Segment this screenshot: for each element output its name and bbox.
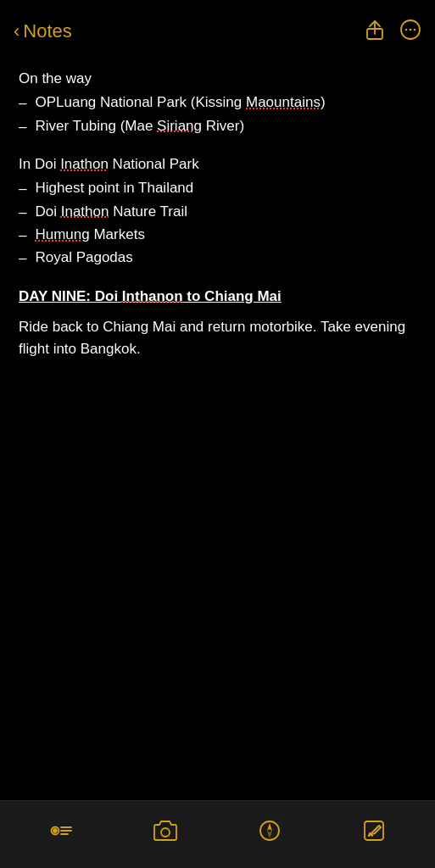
spell-error: Inathon [60, 156, 109, 172]
dash-icon: – [19, 92, 26, 114]
section-heading-on-the-way: On the way [19, 68, 416, 90]
svg-point-4 [410, 29, 412, 31]
checklist-icon [49, 819, 73, 843]
more-button[interactable] [399, 19, 421, 44]
list-item-text: Highest point in Thailand [35, 177, 193, 199]
dash-icon: – [19, 225, 26, 247]
doi-inathon-list: – Highest point in Thailand – Doi Inatho… [19, 177, 416, 270]
list-item-text: Humung Markets [35, 224, 144, 246]
location-icon [259, 820, 281, 842]
section-on-the-way: On the way – OPLuang National Park (Kiss… [19, 68, 416, 138]
compose-button[interactable] [353, 810, 395, 852]
header-left: ‹ Notes [14, 20, 72, 42]
list-item: – Humung Markets [19, 224, 416, 247]
location-button[interactable] [248, 810, 291, 852]
bottom-toolbar [0, 800, 435, 868]
section-heading-doi-inathon: In Doi Inathon National Park [19, 153, 416, 175]
back-chevron-icon[interactable]: ‹ [14, 22, 20, 41]
dash-icon: – [19, 178, 26, 200]
share-icon [365, 19, 384, 41]
spell-error: Maountains [246, 94, 321, 110]
share-button[interactable] [365, 19, 384, 44]
day-nine-heading: DAY NINE: Doi Inthanon to Chiang Mai [19, 286, 416, 308]
more-icon [399, 19, 421, 41]
spell-error: Humung [35, 226, 89, 242]
svg-point-11 [161, 828, 170, 837]
svg-point-3 [405, 29, 408, 31]
checklist-button[interactable] [40, 810, 82, 852]
camera-button[interactable] [144, 810, 187, 852]
list-item: – OPLuang National Park (Kissing Maounta… [19, 92, 416, 114]
header-right [365, 19, 421, 44]
compose-icon [363, 820, 385, 842]
list-item: – River Tubing (Mae Siriang River) [19, 115, 416, 138]
header: ‹ Notes [0, 0, 435, 59]
list-item: – Royal Pagodas [19, 247, 416, 270]
dash-icon: – [19, 116, 26, 138]
list-item-text: River Tubing (Mae Siriang River) [35, 115, 244, 137]
list-item: – Doi Inathon Nature Trail [19, 201, 416, 224]
body-text: Ride back to Chiang Mai and return motor… [19, 316, 416, 361]
on-the-way-list: – OPLuang National Park (Kissing Maounta… [19, 92, 416, 138]
dash-icon: – [19, 248, 26, 270]
svg-marker-13 [267, 823, 272, 831]
spell-error: Inthanon [122, 288, 183, 304]
list-item-text: OPLuang National Park (Kissing Maountain… [35, 92, 325, 114]
svg-point-5 [414, 29, 416, 31]
spell-error: Inathon [61, 203, 109, 220]
note-content: On the way – OPLuang National Park (Kiss… [0, 59, 435, 446]
svg-point-7 [53, 829, 57, 832]
svg-marker-14 [267, 831, 272, 838]
notes-back-button[interactable]: Notes [23, 20, 71, 42]
list-item-text: Royal Pagodas [35, 247, 132, 269]
camera-icon [153, 820, 178, 842]
section-doi-inathon: In Doi Inathon National Park – Highest p… [19, 153, 416, 270]
dash-icon: – [19, 202, 26, 224]
list-item-text: Doi Inathon Nature Trail [35, 201, 187, 223]
spell-error: Siriang [157, 118, 202, 134]
list-item: – Highest point in Thailand [19, 177, 416, 200]
